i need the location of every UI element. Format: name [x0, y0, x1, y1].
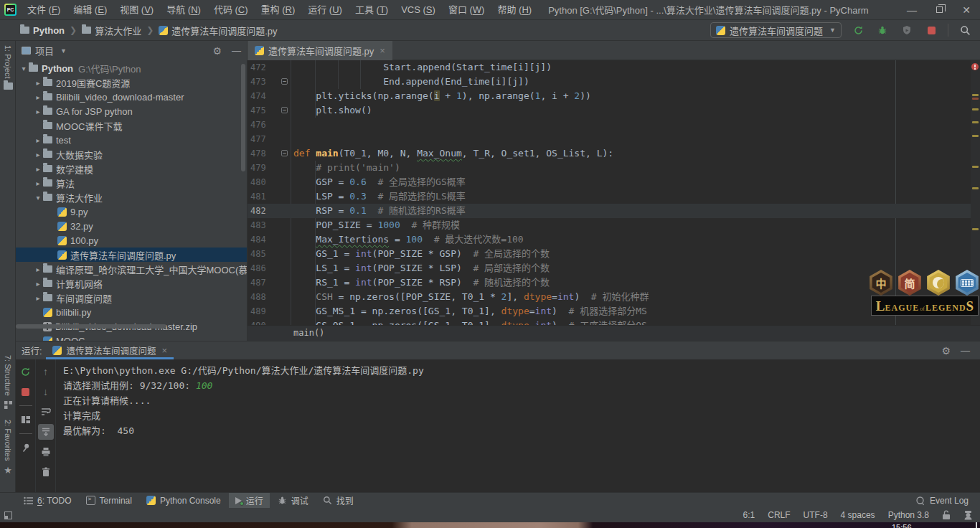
code-line[interactable]: 487 RS_1 = int(POP_SIZE * RSP) # 随机选择的个数: [248, 275, 971, 290]
close-button[interactable]: ✕: [953, 0, 980, 20]
menu-item-R[interactable]: 重构 (R): [255, 0, 302, 20]
toolwindow-button-调试[interactable]: 调试: [271, 493, 315, 509]
code-line[interactable]: 490 GS_OS_1 = np.zeros([GS_1, T0_1], dty…: [248, 319, 971, 325]
tree-item[interactable]: ▸GA for JSP python: [16, 104, 247, 118]
minimize-button[interactable]: —: [898, 0, 925, 20]
hide-panel-icon[interactable]: —: [232, 45, 241, 56]
menu-item-N[interactable]: 导航 (N): [160, 0, 207, 20]
toolwindow-button-Terminal[interactable]: Terminal: [80, 493, 138, 509]
code-line[interactable]: 472 Start.append(Start_time[i][j]): [248, 60, 971, 75]
breadcrumb-item[interactable]: 遗传算法车间调度问题.py: [159, 24, 277, 37]
code-line[interactable]: 484 Max_Itertions = 100 # 最大迭代次数=100: [248, 232, 971, 247]
line-number[interactable]: 472: [248, 60, 279, 75]
code-line[interactable]: 476: [248, 118, 971, 132]
fold-icon[interactable]: −: [281, 107, 288, 113]
debug-button[interactable]: [875, 22, 890, 38]
status-widget[interactable]: 6:1: [743, 510, 755, 520]
code-line[interactable]: 483 POP_SIZE = 1000 # 种群规模: [248, 218, 971, 232]
line-number[interactable]: 476: [248, 118, 279, 132]
code-line[interactable]: 480 GSP = 0.6 # 全局选择的GS概率: [248, 175, 971, 189]
menu-item-T[interactable]: 工具 (T): [349, 0, 395, 20]
menu-item-H[interactable]: 帮助 (H): [491, 0, 538, 20]
tree-item[interactable]: 9.py: [16, 204, 247, 219]
toolwindow-button-Python Console[interactable]: Python Console: [140, 493, 227, 509]
run-tab[interactable]: 遗传算法车间调度问题 ×: [46, 341, 174, 359]
breadcrumb-item[interactable]: Python: [20, 25, 65, 36]
menu-item-W[interactable]: 窗口 (W): [442, 0, 491, 20]
ime-fullwidth-button[interactable]: [925, 270, 951, 296]
tree-expand-icon[interactable]: ▸: [33, 136, 43, 144]
event-log-button[interactable]: Event Log: [915, 496, 980, 506]
line-number[interactable]: 490: [248, 319, 279, 325]
tree-expand-icon[interactable]: ▸: [33, 179, 43, 187]
next-occurrence-button[interactable]: ↓: [38, 384, 54, 400]
line-number[interactable]: 482: [248, 204, 279, 218]
tree-item[interactable]: 遗传算法车间调度问题.py: [16, 248, 247, 262]
tree-item[interactable]: 32.py: [16, 219, 247, 233]
tree-item[interactable]: ▸test: [16, 133, 247, 147]
code-line[interactable]: 486 LS_1 = int(POP_SIZE * LSP) # 局部选择的个数: [248, 261, 971, 275]
soft-wrap-button[interactable]: [38, 404, 54, 420]
scroll-to-end-button[interactable]: [38, 424, 54, 440]
menu-item-V[interactable]: 视图 (V): [113, 0, 160, 20]
run-with-coverage-button[interactable]: [899, 22, 915, 38]
tree-item[interactable]: ▾PythonG:\代码\Python: [16, 61, 247, 75]
tree-expand-icon[interactable]: ▸: [33, 280, 43, 288]
menu-item-F[interactable]: 文件 (F): [21, 0, 67, 20]
close-icon[interactable]: ×: [380, 45, 385, 56]
status-widget[interactable]: CRLF: [768, 510, 790, 520]
line-number[interactable]: 489: [248, 304, 279, 319]
code-line[interactable]: 485 GS_1 = int(POP_SIZE * GSP) # 全局选择的个数: [248, 247, 971, 261]
restore-layout-button[interactable]: [18, 412, 34, 428]
ime-chinese-mode-button[interactable]: 中: [868, 270, 894, 296]
ime-softkeyboard-button[interactable]: [954, 270, 980, 296]
lock-button[interactable]: [942, 510, 951, 520]
tree-item[interactable]: ▸车间调度问题: [16, 291, 247, 305]
tree-expand-icon[interactable]: ▸: [33, 165, 43, 173]
code-area[interactable]: 472 Start.append(Start_time[i][j])473− E…: [248, 60, 971, 325]
line-number[interactable]: 478: [248, 146, 279, 161]
stripe-project-button[interactable]: 1: Project: [0, 45, 16, 90]
tree-item[interactable]: ▸计算机网络: [16, 276, 247, 291]
menu-item-C[interactable]: 代码 (C): [207, 0, 255, 20]
line-number[interactable]: 488: [248, 290, 279, 304]
code-line[interactable]: 489 GS_MS_1 = np.zeros([GS_1, T0_1], dty…: [248, 304, 971, 319]
print-button[interactable]: [38, 444, 54, 460]
status-widget[interactable]: Python 3.8: [888, 510, 929, 520]
editor-tab[interactable]: 遗传算法车间调度问题.py ×: [248, 41, 392, 60]
tree-item[interactable]: ▸Bilibili_video_download-master: [16, 90, 247, 104]
status-widget[interactable]: 4 spaces: [841, 510, 875, 520]
rerun-button[interactable]: [850, 22, 866, 38]
gear-icon[interactable]: ⚙: [212, 45, 222, 57]
line-number[interactable]: 485: [248, 247, 279, 261]
menu-item-S[interactable]: VCS (S): [395, 0, 442, 20]
pin-button[interactable]: [18, 440, 34, 456]
menu-item-U[interactable]: 运行 (U): [301, 0, 349, 20]
line-number[interactable]: 475: [248, 103, 279, 118]
tree-item[interactable]: ▸算法: [16, 176, 247, 190]
tree-item[interactable]: ▾算法大作业: [16, 190, 247, 204]
chevron-down-icon[interactable]: ▼: [60, 47, 67, 55]
toolwindow-button-运行[interactable]: 运行: [229, 493, 270, 509]
tree-expand-icon[interactable]: ▾: [19, 65, 29, 72]
line-number[interactable]: 477: [248, 132, 279, 146]
tree-expand-icon[interactable]: ▸: [33, 294, 43, 302]
toolwindow-button-6: TODO[interactable]: 6: TODO: [17, 493, 78, 509]
stop-button[interactable]: [18, 384, 34, 400]
tree-item[interactable]: MOOC课件下载: [16, 118, 247, 133]
line-number[interactable]: 483: [248, 218, 279, 232]
ime-skin-banner[interactable]: LEAGUEofLEGENDS: [871, 296, 979, 316]
tree-item[interactable]: ▸编译原理_哈尔滨理工大学_中国大学MOOC(慕课): [16, 262, 247, 276]
tree-item[interactable]: bilibili.py: [16, 305, 247, 319]
line-number[interactable]: 473: [248, 75, 279, 89]
line-number[interactable]: 474: [248, 89, 279, 103]
project-vertical-scrollbar[interactable]: [241, 64, 245, 171]
prev-occurrence-button[interactable]: ↑: [38, 364, 54, 380]
line-number[interactable]: 481: [248, 189, 279, 204]
menu-item-E[interactable]: 编辑 (E): [67, 0, 113, 20]
taskbar-clock[interactable]: 15:56: [892, 523, 912, 528]
fold-icon[interactable]: −: [281, 78, 288, 85]
code-line[interactable]: 475− plt.show(): [248, 103, 971, 118]
stop-button[interactable]: [923, 22, 939, 38]
tree-item[interactable]: ▸大数据实验: [16, 147, 247, 161]
